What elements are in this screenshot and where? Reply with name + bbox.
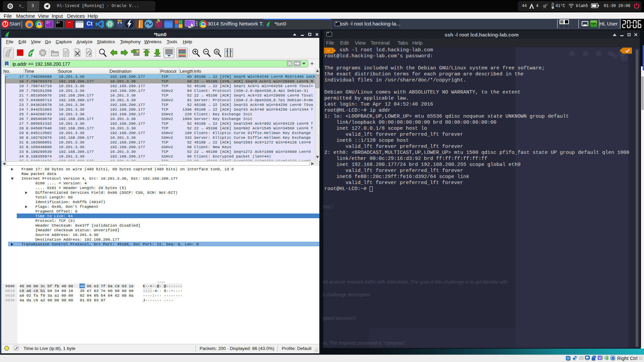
svg-text:0111: 0111 — [64, 54, 68, 56]
